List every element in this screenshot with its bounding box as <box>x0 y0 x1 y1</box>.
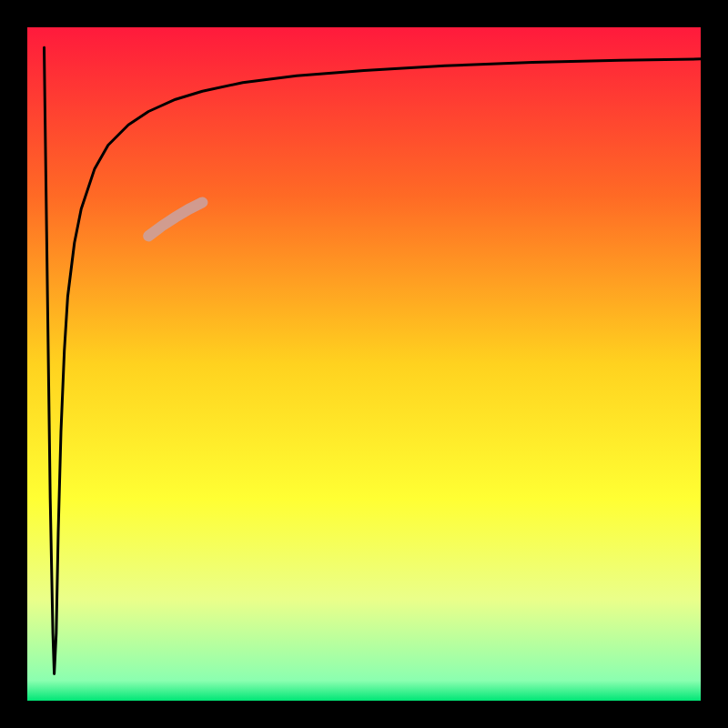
bottleneck-chart <box>0 0 728 728</box>
plot-gradient-fill <box>27 27 701 701</box>
chart-container: TheBottleneck.com <box>0 0 728 728</box>
